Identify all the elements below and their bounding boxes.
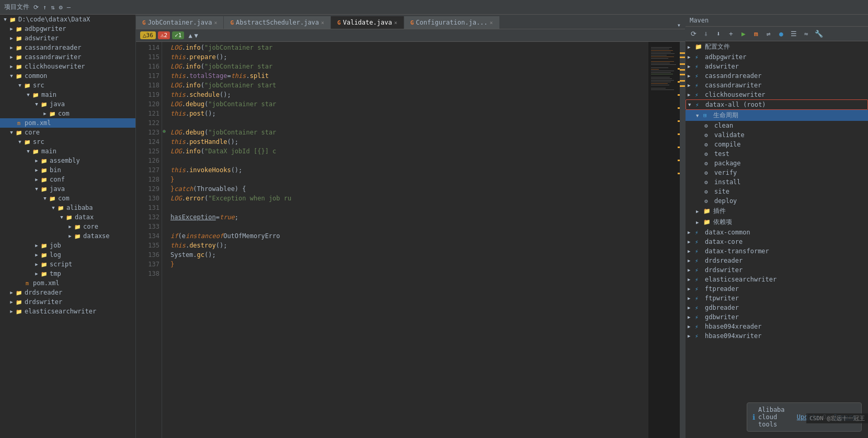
maven-item-clickhousewriter[interactable]: ▶ ⚡ clickhousewriter [686, 90, 868, 99]
maven-btn-m[interactable]: m [750, 28, 762, 40]
tree-item-common-com[interactable]: ▶ 📁 com [0, 109, 135, 118]
icon-minimize[interactable]: — [67, 4, 71, 11]
maven-btn-download[interactable]: ⇩ [700, 28, 712, 40]
maven-item-ftpreader[interactable]: ▶ ⚡ ftpreader [686, 284, 868, 294]
tab-close[interactable]: × [321, 20, 324, 26]
error-badge[interactable]: ⚠2 [158, 31, 170, 39]
maven-item-validate[interactable]: ⚙ validate [686, 130, 868, 140]
maven-item-hbase094xreader[interactable]: ▶ ⚡ hbase094xreader [686, 322, 868, 331]
tab-dropdown-btn[interactable]: ▾ [673, 21, 685, 29]
tree-item-datax-core[interactable]: ▶ 📁 core [0, 222, 135, 231]
maven-item-adbpgwriter[interactable]: ▶ ⚡ adbpgwriter [686, 52, 868, 62]
tree-item-core-pom[interactable]: ▶ m pom.xml [0, 278, 135, 288]
maven-btn-settings[interactable]: ≈ [801, 28, 812, 40]
toolbar-down-arrow[interactable]: ▼ [195, 32, 198, 39]
maven-item-datax-all[interactable]: ▼ ⚡ datax-all (root) [686, 99, 868, 110]
tab-jobcontainer[interactable]: G JobContainer.java × [136, 16, 224, 29]
icon-settings[interactable]: ⚙ [59, 4, 62, 11]
editor-scrollbar[interactable] [680, 42, 685, 438]
maven-item-plugins[interactable]: ▶ 📁 插件 [686, 206, 868, 217]
tree-item-conf[interactable]: ▶ 📁 conf [0, 175, 135, 184]
tree-item-dataxse[interactable]: ▶ 📁 dataxse [0, 231, 135, 241]
tree-item-core-main[interactable]: ▼ 📁 main [0, 147, 135, 156]
maven-item-deploy[interactable]: ⚙ deploy [686, 196, 868, 206]
maven-item-hbase094xwriter[interactable]: ▶ ⚡ hbase094xwriter [686, 331, 868, 341]
maven-item-gdbwriter[interactable]: ▶ ⚡ gdbwriter [686, 312, 868, 322]
tree-item-bin[interactable]: ▶ 📁 bin [0, 165, 135, 175]
maven-btn-toggle[interactable]: ⇌ [763, 28, 774, 40]
maven-item-ftpwriter[interactable]: ▶ ⚡ ftpwriter [686, 294, 868, 303]
maven-item-dependencies[interactable]: ▶ 📁 依赖项 [686, 217, 868, 228]
item-label: pom.xml [25, 119, 51, 127]
maven-item-cassandrawriter[interactable]: ▶ ⚡ cassandrawriter [686, 81, 868, 90]
maven-item-datax-common[interactable]: ▶ ⚡ datax-common [686, 228, 868, 237]
tree-item-core[interactable]: ▼ 📁 core [0, 128, 135, 137]
maven-item-lifecycle[interactable]: ▼ ⊞ 生命周期 [686, 110, 868, 121]
tab-close[interactable]: × [490, 20, 493, 26]
tree-item-common[interactable]: ▼ 📁 common [0, 71, 135, 81]
maven-item-verify[interactable]: ⚙ verify [686, 168, 868, 177]
tree-root[interactable]: ▼ 📁 D:\code\datax\DataX [0, 15, 135, 24]
maven-btn-menu[interactable]: ☰ [788, 28, 800, 40]
maven-item-datax-transformer[interactable]: ▶ ⚡ datax-transformer [686, 246, 868, 256]
maven-item-gdbreader[interactable]: ▶ ⚡ gdbreader [686, 303, 868, 312]
tree-item-alibaba[interactable]: ▼ 📁 alibaba [0, 203, 135, 212]
tab-abstractscheduler[interactable]: G AbstractScheduler.java × [224, 16, 331, 29]
maven-btn-refresh[interactable]: ⟳ [688, 28, 699, 40]
warning-badge[interactable]: △36 [140, 31, 156, 39]
arrow: ▼ [696, 113, 703, 118]
code-editor[interactable]: 114 115 116 117 118 119 120 121 122 123 … [136, 42, 685, 438]
maven-item-package[interactable]: ⚙ package [686, 159, 868, 168]
tree-item-common-main[interactable]: ▼ 📁 main [0, 90, 135, 99]
tree-item-datax[interactable]: ▼ 📁 datax [0, 212, 135, 222]
maven-item-drdsreader[interactable]: ▶ ⚡ drdsreader [686, 256, 868, 265]
tree-item-elasticsearchwriter[interactable]: ▶ 📁 elasticsearchwriter [0, 307, 135, 316]
maven-item-install[interactable]: ⚙ install [686, 177, 868, 187]
item-label: clickhousewriter [25, 63, 85, 70]
tab-configuration[interactable]: G Configuration.ja... × [404, 16, 500, 29]
maven-item-site[interactable]: ⚙ site [686, 187, 868, 196]
icon-swap[interactable]: ⇅ [51, 4, 54, 11]
tree-item-pom-xml[interactable]: ▶ m pom.xml [0, 118, 135, 128]
tree-item-job[interactable]: ▶ 📁 job [0, 241, 135, 250]
tree-item-core-src[interactable]: ▼ 📁 src [0, 137, 135, 147]
toolbar-up-arrow[interactable]: ▲ [188, 32, 192, 39]
root-label: D:\code\datax\DataX [18, 16, 90, 23]
maven-item-clean[interactable]: ⚙ clean [686, 121, 868, 130]
icon-refresh[interactable]: ⟳ [33, 4, 39, 11]
tree-item-log[interactable]: ▶ 📁 log [0, 250, 135, 260]
maven-btn-lifecycle[interactable]: ● [775, 28, 787, 40]
maven-btn-wrench[interactable]: 🔧 [813, 28, 825, 40]
maven-item-datax-core[interactable]: ▶ ⚡ datax-core [686, 237, 868, 246]
maven-btn-add[interactable]: + [725, 28, 737, 40]
tree-item-drdswriter[interactable]: ▶ 📁 drdswriter [0, 297, 135, 307]
ok-badge[interactable]: ✓1 [172, 31, 184, 39]
tree-item-adbpgwriter[interactable]: ▶ 📁 adbpgwriter [0, 24, 135, 33]
maven-item-test[interactable]: ⚙ test [686, 149, 868, 159]
tree-item-cassandrareader[interactable]: ▶ 📁 cassandrareader [0, 43, 135, 52]
tree-item-cassandrawriter[interactable]: ▶ 📁 cassandrawriter [0, 52, 135, 62]
tab-close[interactable]: × [214, 20, 217, 26]
tree-item-assembly[interactable]: ▶ 📁 assembly [0, 156, 135, 165]
tree-item-script[interactable]: ▶ 📁 script [0, 260, 135, 269]
maven-item-elasticsearchwriter[interactable]: ▶ ⚡ elasticsearchwriter [686, 275, 868, 284]
maven-item-config[interactable]: ▶ 📁 配置文件 [686, 41, 868, 52]
maven-btn-download2[interactable]: ⬇ [713, 28, 724, 40]
maven-btn-run[interactable]: ▶ [738, 28, 749, 40]
tree-item-adswriter[interactable]: ▶ 📁 adswriter [0, 33, 135, 43]
tree-item-tmp[interactable]: ▶ 📁 tmp [0, 269, 135, 278]
maven-item-cassandrareader[interactable]: ▶ ⚡ cassandrareader [686, 71, 868, 81]
tree-item-common-src[interactable]: ▼ 📁 src [0, 81, 135, 90]
tree-item-drdsreader[interactable]: ▶ 📁 drdsreader [0, 288, 135, 297]
tab-validate[interactable]: G Validate.java × [331, 16, 404, 29]
tree-item-core-java[interactable]: ▼ 📁 java [0, 184, 135, 194]
maven-item-compile[interactable]: ⚙ compile [686, 140, 868, 149]
tab-close[interactable]: × [394, 20, 397, 26]
code-content[interactable]: LOG.info("jobContainer star this.prepare… [166, 42, 648, 438]
icon-upload[interactable]: ↑ [43, 4, 47, 11]
tree-item-clickhousewriter[interactable]: ▶ 📁 clickhousewriter [0, 62, 135, 71]
maven-item-drdswriter[interactable]: ▶ ⚡ drdswriter [686, 265, 868, 275]
maven-item-adswriter[interactable]: ▶ ⚡ adswriter [686, 62, 868, 71]
tree-item-common-java[interactable]: ▼ 📁 java [0, 99, 135, 109]
tree-item-core-com[interactable]: ▼ 📁 com [0, 194, 135, 203]
